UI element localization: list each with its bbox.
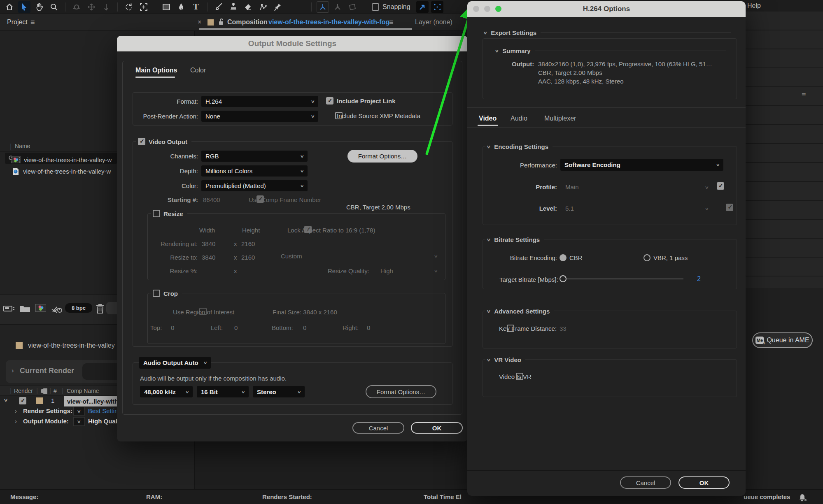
audio-format-options-button[interactable]: Format Options…: [366, 385, 436, 398]
selection-tool[interactable]: [18, 1, 30, 13]
vr-video-header[interactable]: ∨ VR Video: [485, 356, 525, 363]
output-module-expander-icon[interactable]: ›: [15, 418, 17, 425]
close-window-button[interactable]: [473, 6, 479, 12]
h264-ok-button[interactable]: OK: [678, 476, 730, 489]
export-settings-header[interactable]: ∨ Export Settings: [484, 29, 731, 36]
pen-tool[interactable]: [175, 1, 187, 13]
row-label-swatch[interactable]: [36, 397, 43, 404]
axis-mode-view-button[interactable]: [346, 1, 359, 13]
current-render-expander-icon[interactable]: ›: [12, 367, 14, 375]
snap-edges-button[interactable]: [416, 1, 429, 13]
format-dropdown[interactable]: H.264∨: [201, 96, 318, 107]
level-auto-checkbox[interactable]: [726, 204, 733, 211]
maximize-window-button[interactable]: [495, 6, 501, 12]
project-panel-menu-icon[interactable]: ≡: [30, 18, 35, 27]
audio-output-dropdown[interactable]: Audio Output Auto∨: [139, 357, 211, 369]
format-options-button[interactable]: Format Options…: [347, 150, 417, 163]
vbr-radio[interactable]: [643, 254, 650, 261]
clone-stamp-tool[interactable]: [227, 1, 240, 13]
snapping-checkbox[interactable]: [372, 3, 379, 11]
new-folder-icon[interactable]: [20, 304, 30, 313]
label-tag-icon[interactable]: [40, 388, 48, 394]
unlock-icon[interactable]: [218, 18, 224, 26]
notification-bell-icon[interactable]: [798, 492, 808, 502]
queue-in-ame-button[interactable]: Me+ Queue in AME: [752, 332, 813, 348]
oms-cancel-button[interactable]: Cancel: [352, 422, 404, 434]
help-menu[interactable]: Help: [747, 2, 761, 9]
encoding-settings-header[interactable]: ∨ Encoding Settings: [485, 143, 553, 150]
project-panel-tab[interactable]: Project: [7, 19, 28, 26]
trash-icon[interactable]: [96, 304, 105, 314]
resize-checkbox[interactable]: [153, 210, 160, 217]
eraser-tool[interactable]: [242, 1, 254, 13]
bpc-button[interactable]: 8 bpc: [65, 303, 92, 313]
post-render-action-dropdown[interactable]: None∨: [201, 111, 318, 122]
oms-ok-button[interactable]: OK: [411, 422, 463, 434]
video-output-checkbox[interactable]: [138, 138, 145, 145]
axis-mode-local-button[interactable]: [317, 1, 329, 13]
crop-checkbox[interactable]: [153, 290, 160, 297]
h264-tab-video[interactable]: Video: [479, 115, 497, 122]
h264-cancel-button[interactable]: Cancel: [620, 476, 671, 489]
cbr-radio[interactable]: [560, 254, 567, 261]
interpret-footage-icon[interactable]: [51, 304, 63, 314]
include-project-link-checkbox[interactable]: [326, 97, 333, 105]
composition-name-link[interactable]: view-of-the-trees-in-the-valley-with-fog: [268, 19, 389, 26]
puppet-pin-tool[interactable]: [272, 1, 284, 13]
render-column-header[interactable]: Render: [14, 388, 33, 394]
shape-tool[interactable]: [160, 1, 173, 13]
type-tool[interactable]: T: [190, 1, 202, 13]
channels-dropdown[interactable]: RGB∨: [201, 151, 308, 162]
profile-auto-checkbox[interactable]: [717, 182, 724, 190]
bitrate-settings-header[interactable]: ∨ Bitrate Settings: [485, 236, 544, 243]
oms-tab-main-options[interactable]: Main Options: [135, 67, 177, 74]
dolly-camera-tool[interactable]: [100, 1, 112, 13]
camera-tool[interactable]: [138, 1, 150, 13]
resize-quality-dropdown[interactable]: High∨: [380, 267, 437, 274]
bitrate-slider-track[interactable]: [566, 279, 683, 279]
new-composition-icon[interactable]: [35, 304, 46, 312]
right-panel-menu-icon[interactable]: ≡: [802, 91, 806, 99]
target-bitrate-value[interactable]: 2: [697, 275, 701, 283]
advanced-settings-header[interactable]: ∨ Advanced Settings: [485, 308, 554, 315]
h264-tab-multiplexer[interactable]: Multiplexer: [544, 115, 576, 122]
comp-name-column-header[interactable]: Comp Name: [67, 388, 99, 394]
name-column-header[interactable]: Name: [15, 143, 30, 149]
audio-channels-dropdown[interactable]: Stereo∨: [253, 386, 305, 397]
number-column-header[interactable]: #: [54, 388, 57, 394]
render-settings-dropdown[interactable]: ∨: [73, 407, 85, 416]
composition-tab-label[interactable]: Composition: [227, 19, 268, 26]
composition-tab-close-icon[interactable]: ×: [198, 19, 201, 26]
summary-header[interactable]: ∨ Summary: [495, 47, 726, 54]
row-expander-chevron-icon[interactable]: ∨: [3, 397, 8, 403]
resize-preset-dropdown[interactable]: Custom∨: [281, 253, 437, 260]
composition-color-swatch[interactable]: [207, 19, 214, 26]
depth-dropdown[interactable]: Millions of Colors∨: [201, 165, 308, 177]
pan-camera-tool[interactable]: [85, 1, 98, 13]
hand-tool[interactable]: [33, 1, 45, 13]
project-settings-icon[interactable]: [3, 304, 15, 314]
layer-panel-tab[interactable]: Layer (none): [415, 19, 452, 26]
brush-tool[interactable]: [212, 1, 225, 13]
roto-brush-tool[interactable]: [257, 1, 269, 13]
axis-mode-world-button[interactable]: [331, 1, 344, 13]
performance-dropdown[interactable]: Software Encoding∨: [560, 159, 723, 171]
h264-tab-audio[interactable]: Audio: [511, 115, 527, 122]
orbit-camera-tool[interactable]: [70, 1, 83, 13]
render-settings-expander-icon[interactable]: ›: [15, 407, 17, 414]
minimize-window-button[interactable]: [484, 6, 490, 12]
snap-features-button[interactable]: [431, 1, 443, 13]
sample-rate-dropdown[interactable]: 48,000 kHz∨: [140, 386, 193, 397]
zoom-tool[interactable]: [48, 1, 60, 13]
color-dropdown[interactable]: Premultiplied (Matted)∨: [201, 180, 308, 191]
rotation-tool[interactable]: [123, 1, 135, 13]
oms-title-bar[interactable]: Output Module Settings: [117, 36, 468, 51]
home-button[interactable]: [3, 1, 16, 13]
bitrate-slider-handle[interactable]: [560, 275, 567, 282]
output-module-dropdown[interactable]: ∨: [73, 417, 85, 426]
h264-title-bar[interactable]: H.264 Options: [467, 1, 746, 17]
render-enabled-checkbox[interactable]: [19, 397, 26, 404]
bit-depth-dropdown[interactable]: 16 Bit∨: [197, 386, 249, 397]
oms-tab-color[interactable]: Color: [190, 67, 206, 74]
composition-tab-menu-icon[interactable]: ≡: [389, 18, 394, 27]
